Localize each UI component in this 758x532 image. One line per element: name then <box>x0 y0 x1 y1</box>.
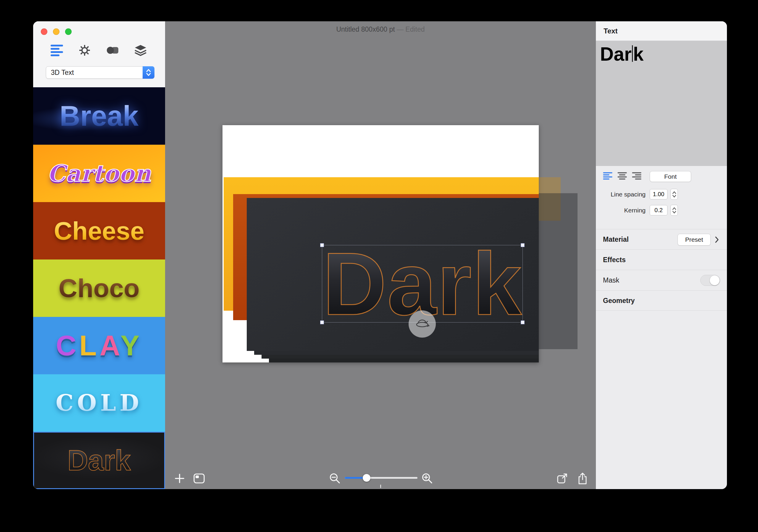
pages-grid-icon <box>193 473 205 484</box>
mask-toggle[interactable] <box>700 275 720 286</box>
effects-section[interactable]: Effects <box>596 249 727 270</box>
preset-item-cartoon[interactable]: Cartoon <box>33 145 165 202</box>
minimize-window-button[interactable] <box>53 28 59 35</box>
geometry-section[interactable]: Geometry <box>596 290 727 311</box>
kerning-stepper[interactable] <box>671 205 678 216</box>
preset-label-dark: Dark <box>67 446 130 475</box>
preset-label-break: Break <box>60 102 139 130</box>
chevron-right-icon <box>714 236 719 245</box>
stepper-arrows-icon <box>672 191 676 198</box>
document-title-text: Untitled 800x600 pt <box>336 25 395 33</box>
preset-item-dark-selected[interactable]: Dark <box>33 432 165 489</box>
presets-tab[interactable] <box>47 42 66 58</box>
text-editor-value-after-caret: k <box>633 44 644 65</box>
window-controls <box>41 28 72 35</box>
mask-label: Mask <box>603 270 619 291</box>
zoom-slider-knob[interactable] <box>363 474 370 482</box>
line-spacing-label: Line spacing <box>596 189 645 200</box>
zoom-out-button[interactable] <box>328 472 341 485</box>
selection-handle-bottom-left[interactable] <box>320 320 324 324</box>
gear-icon <box>78 44 91 57</box>
document-title: Untitled 800x600 pt — Edited <box>165 25 596 33</box>
selection-handle-top-left[interactable] <box>320 243 324 247</box>
desktop-background: 3D Text Break Cartoon C <box>0 0 758 532</box>
preset-label-clay: CLAY <box>56 332 143 360</box>
align-center-button[interactable] <box>617 172 627 181</box>
settings-tab[interactable] <box>75 42 94 58</box>
canvas-area: Untitled 800x600 pt — Edited Dark <box>165 21 596 489</box>
material-label: Material <box>603 229 629 250</box>
text-content-editor[interactable]: Dark <box>596 41 727 166</box>
shapes-tab[interactable] <box>103 42 122 58</box>
align-left-icon <box>603 172 612 181</box>
share-icon <box>577 472 588 485</box>
app-window: 3D Text Break Cartoon C <box>33 21 727 489</box>
sidebar-toolbar <box>33 42 165 60</box>
preset-label-cheese: Cheese <box>54 218 144 243</box>
zoom-slider-center-tick <box>380 485 381 488</box>
preset-item-choco[interactable]: Choco <box>33 260 165 317</box>
dropdown-chevrons-icon <box>143 66 155 79</box>
preset-item-cheese[interactable]: Cheese <box>33 202 165 260</box>
rotate-3d-icon <box>414 316 431 332</box>
mask-section: Mask <box>596 270 727 290</box>
kerning-input[interactable]: 0.2 <box>650 205 668 215</box>
mask-toggle-knob <box>710 275 719 285</box>
text-editor-value-before-caret: Dar <box>600 44 632 65</box>
layer-overflow-dark <box>539 193 577 349</box>
layers-icon <box>133 44 148 56</box>
align-left-button[interactable] <box>603 172 612 181</box>
preset-label-cold: COLD <box>55 392 143 414</box>
line-spacing-input[interactable]: 1.00 <box>650 189 668 199</box>
line-spacing-stepper[interactable] <box>671 189 678 200</box>
zoom-slider[interactable] <box>345 477 418 479</box>
share-button[interactable] <box>576 472 589 485</box>
align-right-icon <box>632 172 641 181</box>
inspector-title: Text <box>596 21 727 41</box>
preset-list: Break Cartoon Cheese Choco CLAY COLD <box>33 87 165 489</box>
selection-handle-top-right[interactable] <box>521 243 525 247</box>
preset-item-break[interactable]: Break <box>33 87 165 145</box>
preset-item-clay[interactable]: CLAY <box>33 317 165 374</box>
rotate-3d-handle[interactable] <box>409 310 436 337</box>
text-cursor <box>632 45 633 62</box>
align-right-button[interactable] <box>632 172 641 181</box>
geometry-label: Geometry <box>603 291 635 311</box>
material-preset-button[interactable]: Preset <box>677 234 711 246</box>
preset-label-cartoon: Cartoon <box>47 162 151 185</box>
effects-label: Effects <box>603 250 626 270</box>
inspector-panel: Text Dark <box>596 21 727 489</box>
preset-item-cold[interactable]: COLD <box>33 374 165 432</box>
preset-category-dropdown[interactable]: 3D Text <box>46 66 155 79</box>
document-edited-status: — Edited <box>397 25 425 33</box>
kerning-row: Kerning 0.2 <box>596 205 727 216</box>
line-spacing-row: Line spacing 1.00 <box>596 189 727 200</box>
sidebar: 3D Text Break Cartoon C <box>33 21 165 489</box>
selection-handle-bottom-right[interactable] <box>521 320 525 324</box>
expand-icon <box>556 472 568 485</box>
pages-panel-button[interactable] <box>192 472 206 485</box>
enter-fullscreen-button[interactable] <box>556 472 568 485</box>
preset-label-choco: Choco <box>58 275 140 301</box>
align-center-icon <box>617 172 627 181</box>
text-alignment-group <box>603 172 641 181</box>
plus-icon <box>174 473 186 484</box>
zoom-out-icon <box>329 472 341 485</box>
font-button[interactable]: Font <box>650 171 691 182</box>
zoom-in-icon <box>421 472 433 485</box>
shapes-icon <box>105 44 120 56</box>
preset-category-value: 3D Text <box>51 69 74 77</box>
add-layer-button[interactable] <box>173 472 186 485</box>
layers-tab[interactable] <box>131 42 150 58</box>
sidebar-header: 3D Text <box>33 21 165 87</box>
close-window-button[interactable] <box>41 28 47 35</box>
kerning-label: Kerning <box>596 205 645 216</box>
preset-list-icon <box>51 45 63 56</box>
zoom-in-button[interactable] <box>421 472 434 485</box>
material-section[interactable]: Material Preset <box>596 229 727 249</box>
stepper-arrows-icon <box>672 206 676 214</box>
fullscreen-window-button[interactable] <box>65 28 72 35</box>
